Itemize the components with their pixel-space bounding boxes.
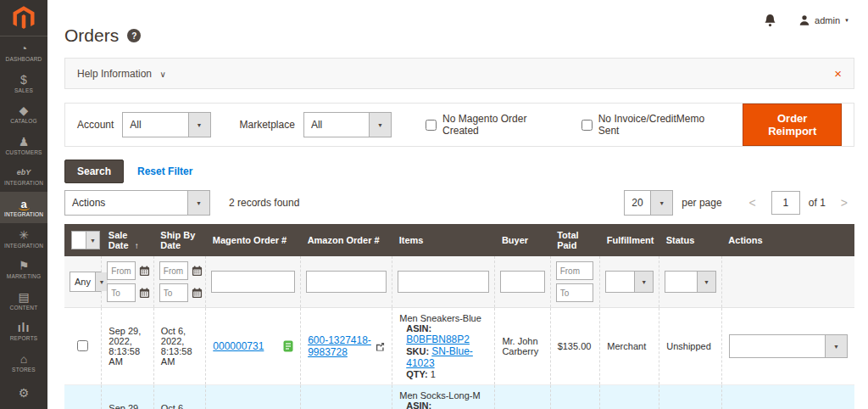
marketplace-select[interactable]: All ▼ bbox=[303, 112, 392, 137]
table-filter-row: Any ▼ bbox=[64, 256, 854, 308]
sidebar-item-amazon-integration[interactable]: a INTEGRATION bbox=[0, 192, 47, 223]
magento-order-filter-input[interactable] bbox=[211, 271, 295, 293]
select-all-dropdown[interactable]: ▼ bbox=[71, 231, 100, 249]
sidebar-item-settings[interactable]: ⚙ bbox=[0, 378, 47, 409]
fulfillment-filter-select[interactable]: ▼ bbox=[605, 271, 654, 293]
item-name: Men Socks-Long-M bbox=[399, 390, 487, 401]
sidebar-item-dashboard[interactable]: ◔ DASHBOARD bbox=[0, 36, 47, 68]
sale-date-to-input[interactable] bbox=[107, 283, 136, 302]
fulfillment-cell: Merchant bbox=[600, 385, 659, 409]
invoice-status-icon bbox=[283, 340, 293, 352]
total-paid-cell: $35.00 bbox=[550, 385, 600, 409]
reports-icon: ılı bbox=[18, 322, 31, 334]
page-number-input[interactable] bbox=[771, 191, 800, 215]
status-cell: Unshipped bbox=[659, 308, 722, 385]
account-label: Account bbox=[77, 119, 114, 131]
ebay-icon: ebY bbox=[17, 166, 31, 179]
external-link-icon[interactable] bbox=[376, 342, 385, 351]
no-invoice-checkbox[interactable]: No Invoice/CreditMemo Sent bbox=[581, 113, 711, 137]
previous-page-icon[interactable]: < bbox=[743, 196, 763, 210]
calendar-icon[interactable] bbox=[139, 266, 150, 277]
integration-icon: ✳ bbox=[19, 229, 29, 242]
account-select[interactable]: All ▼ bbox=[122, 112, 210, 137]
column-sale-date[interactable]: Sale Date ↑ bbox=[102, 224, 154, 256]
reset-filter-link[interactable]: Reset Filter bbox=[137, 165, 192, 177]
magento-logo-icon[interactable] bbox=[0, 0, 47, 36]
help-information-bar: Help Information ∨ × bbox=[64, 58, 854, 89]
sidebar-item-stores[interactable]: ⌂ STORES bbox=[0, 347, 47, 378]
column-total-paid[interactable]: Total Paid bbox=[550, 224, 600, 256]
actions-select[interactable]: Actions ▼ bbox=[64, 190, 210, 216]
order-row: Sep 29, 2022, 8:13:58 AM Oct 6, 2022, 8:… bbox=[64, 308, 854, 385]
gear-icon: ⚙ bbox=[19, 387, 30, 400]
items-filter-input[interactable] bbox=[398, 271, 489, 293]
status-filter-select[interactable]: ▼ bbox=[665, 271, 716, 293]
calendar-icon[interactable] bbox=[192, 266, 203, 277]
row-actions-select[interactable]: ▼ bbox=[729, 334, 848, 358]
item-name: Men Sneakers-Blue bbox=[399, 313, 487, 323]
sales-icon: $ bbox=[20, 74, 27, 87]
buyer-cell: Mr. John Carberry bbox=[495, 308, 550, 385]
asin-link[interactable]: B0BFBN88P2 bbox=[406, 333, 470, 345]
sidebar-item-integration[interactable]: ✳ INTEGRATION bbox=[0, 223, 47, 255]
total-paid-to-input[interactable] bbox=[556, 283, 593, 302]
caret-down-icon: ▼ bbox=[95, 272, 108, 291]
amazon-order-link[interactable]: 600-1327418-9983728 bbox=[308, 334, 371, 358]
caret-down-icon: ▼ bbox=[86, 232, 99, 249]
no-magento-order-checkbox[interactable]: No Magento Order Created bbox=[426, 113, 549, 137]
sale-date-from-input[interactable] bbox=[107, 261, 136, 280]
column-fulfillment[interactable]: Fulfillment bbox=[600, 224, 659, 256]
user-icon bbox=[798, 14, 810, 26]
column-items[interactable]: Items bbox=[392, 224, 495, 256]
chevron-down-icon: ▼ bbox=[844, 18, 849, 23]
next-page-icon[interactable]: > bbox=[834, 196, 854, 210]
close-icon[interactable]: × bbox=[834, 67, 842, 80]
column-actions: Actions bbox=[721, 224, 854, 256]
sidebar-item-ebay-integration[interactable]: ebY INTEGRATION bbox=[0, 161, 47, 193]
notifications-bell-icon[interactable] bbox=[764, 14, 776, 27]
row-checkbox[interactable] bbox=[77, 340, 88, 351]
sidebar: ◔ DASHBOARD $ SALES ◆ CATALOG ♟ CUSTOMER… bbox=[0, 0, 47, 409]
total-paid-cell: $135.00 bbox=[550, 308, 600, 385]
sidebar-item-content[interactable]: ▤ CONTENT bbox=[0, 285, 47, 317]
table-header-row: ▼ Sale Date ↑ Ship By Date Magento Order… bbox=[64, 224, 854, 256]
any-filter-select[interactable]: Any ▼ bbox=[70, 272, 108, 292]
calendar-icon[interactable] bbox=[139, 288, 150, 299]
topbar: admin ▼ bbox=[64, 0, 854, 29]
sidebar-item-customers[interactable]: ♟ CUSTOMERS bbox=[0, 130, 47, 161]
column-amazon-order[interactable]: Amazon Order # bbox=[301, 224, 392, 256]
sidebar-item-marketing[interactable]: ⚑ MARKETING bbox=[0, 254, 47, 285]
help-information-toggle[interactable]: Help Information ∨ bbox=[77, 68, 166, 80]
column-buyer[interactable]: Buyer bbox=[495, 224, 550, 256]
page-header: Orders ? bbox=[64, 25, 854, 46]
total-paid-from-input[interactable] bbox=[556, 261, 593, 280]
per-page-select[interactable]: 20 ▼ bbox=[624, 190, 673, 216]
sale-date-cell: Sep 29, 2022, 8:13:58 AM bbox=[102, 308, 154, 385]
search-button[interactable]: Search bbox=[64, 160, 124, 183]
checkbox[interactable] bbox=[426, 120, 437, 131]
sidebar-item-catalog[interactable]: ◆ CATALOG bbox=[0, 99, 47, 131]
grid-toolbar: Actions ▼ 2 records found 20 ▼ per page … bbox=[64, 190, 854, 216]
buyer-filter-input[interactable] bbox=[500, 271, 544, 293]
amazon-order-filter-input[interactable] bbox=[306, 271, 387, 293]
checkbox[interactable] bbox=[581, 120, 593, 131]
column-status[interactable]: Status bbox=[659, 224, 722, 256]
column-magento-order[interactable]: Magento Order # bbox=[206, 224, 301, 256]
qty-value: 1 bbox=[431, 369, 436, 379]
magento-order-link[interactable]: 000000731 bbox=[213, 340, 264, 352]
amazon-icon: a bbox=[20, 198, 26, 210]
sale-date-cell: Sep 29, 2022, 8:07:38 AM bbox=[102, 385, 154, 409]
per-page-label: per page bbox=[682, 197, 721, 209]
ship-by-from-input[interactable] bbox=[159, 261, 188, 280]
calendar-icon[interactable] bbox=[192, 288, 203, 299]
order-reimport-button[interactable]: Order Reimport bbox=[743, 104, 842, 146]
caret-down-icon: ▼ bbox=[187, 191, 209, 215]
admin-username: admin bbox=[815, 15, 840, 25]
ship-by-to-input[interactable] bbox=[159, 283, 188, 302]
admin-menu[interactable]: admin ▼ bbox=[798, 14, 849, 26]
help-icon[interactable]: ? bbox=[127, 29, 141, 42]
sidebar-item-sales[interactable]: $ SALES bbox=[0, 68, 47, 99]
main-content: admin ▼ Orders ? Help Information ∨ × Ac… bbox=[47, 0, 868, 409]
column-ship-by-date[interactable]: Ship By Date bbox=[153, 224, 206, 256]
sidebar-item-reports[interactable]: ılı REPORTS bbox=[0, 316, 47, 347]
